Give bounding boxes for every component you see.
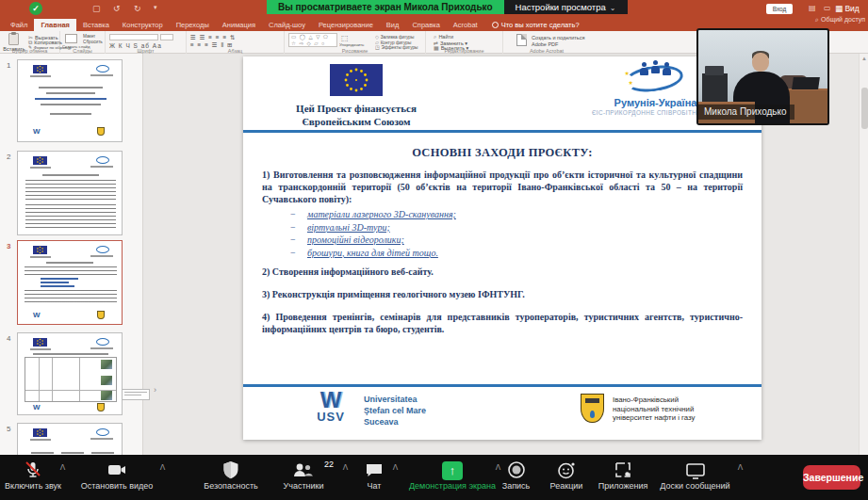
tab-review[interactable]: Рецензирование xyxy=(312,19,380,31)
sign-in-button[interactable]: Вход xyxy=(766,4,793,14)
reactions-icon xyxy=(540,455,593,480)
slide-thumbnail-3-selected[interactable]: W xyxy=(17,240,123,325)
save-icon[interactable]: ▢ xyxy=(92,4,101,13)
apps-button[interactable]: Приложения xyxy=(592,455,654,500)
paste-icon[interactable] xyxy=(8,33,19,45)
view-settings-dropdown[interactable]: Настройки просмотра⌄ xyxy=(504,0,628,14)
security-button[interactable]: Безопасность xyxy=(193,455,269,500)
vertical-scrollbar[interactable]: ▲ xyxy=(859,54,868,455)
usv-name: Universitatea Ştefan cel Mare Suceava xyxy=(364,394,426,427)
participant-head xyxy=(752,53,769,72)
share-access[interactable]: ⌕ Общий доступ xyxy=(815,16,865,24)
slide-item-1: 1) Виготовлення та розповсюдження інформ… xyxy=(262,169,743,205)
tab-insert[interactable]: Вставка xyxy=(76,19,116,31)
redo-icon[interactable]: ↻ xyxy=(134,4,141,13)
adobe-group-label: Adobe Acrobat xyxy=(503,48,590,54)
participant-name-label: Микола Приходько xyxy=(698,105,794,120)
slide-item-4: 4) Проведення тренінгів, семінарів для п… xyxy=(262,311,743,335)
cabinet xyxy=(702,73,728,104)
scrollbar-thumb[interactable] xyxy=(861,88,868,129)
mute-options-caret[interactable]: ᐱ xyxy=(59,464,66,471)
unmute-button[interactable]: Включить звук ᐱ xyxy=(0,455,66,500)
new-slide-icon[interactable] xyxy=(65,34,77,43)
reactions-button[interactable]: Реакции xyxy=(540,455,593,500)
header-divider xyxy=(243,130,762,133)
tab-acrobat[interactable]: Acrobat xyxy=(447,19,484,31)
tab-view[interactable]: Вид xyxy=(380,19,406,31)
font-size-box[interactable] xyxy=(160,34,173,40)
tell-me-box[interactable]: Что вы хотите сделать? xyxy=(492,19,580,31)
eu-flag xyxy=(330,64,383,96)
record-button[interactable]: Запись xyxy=(490,455,542,500)
antivirus-shield-icon: ✓ xyxy=(29,2,42,15)
whiteboards-button[interactable]: Доски сообщений ᐱ xyxy=(650,455,740,500)
tab-home[interactable]: Главная xyxy=(34,19,76,31)
stop-video-button[interactable]: Остановить видео ᐱ xyxy=(66,455,168,500)
qat-dropdown-icon[interactable]: ▾ xyxy=(154,4,157,11)
eu-funding-caption: Цей Проєкт фінансується Європейським Сою… xyxy=(267,102,446,128)
participants-button[interactable]: 22 Участники ᐱ xyxy=(266,455,341,500)
participant-video-thumbnail[interactable]: Микола Приходько xyxy=(696,28,829,125)
romania-ukraine-logo-icon: ★ ★ xyxy=(623,60,689,96)
slides-group-label: Слайды xyxy=(60,48,105,54)
share-screen-icon: ↑ xyxy=(442,461,463,480)
program-logo-mini xyxy=(96,156,109,164)
slide-thumbnail-4[interactable]: W xyxy=(17,332,123,415)
adobe-group: Создать и поделиться Adobe PDF Adobe Acr… xyxy=(503,31,590,54)
whiteboard-icon xyxy=(650,455,740,480)
whiteboards-caret[interactable]: ᐱ xyxy=(737,464,744,471)
participant-count-badge: 22 xyxy=(324,460,334,469)
adobe-pdf-button[interactable]: Создать и поделиться Adobe PDF xyxy=(532,35,586,47)
bullet-item: −віртуальні 3D-тури; xyxy=(290,221,743,234)
tab-design[interactable]: Конструктор xyxy=(116,19,170,31)
record-icon xyxy=(490,455,542,480)
mic-muted-icon xyxy=(0,455,66,480)
slide-canvas[interactable]: Цей Проєкт фінансується Європейським Сою… xyxy=(243,56,762,440)
slide-number: 4 xyxy=(7,334,15,343)
bullet-item: −матеріали лазерного 3D-сканування; xyxy=(290,208,743,221)
screen-tip xyxy=(122,389,150,400)
slides-group: Создать слайд Макет Сбросить Слайды xyxy=(60,31,106,54)
shapes-gallery[interactable]: ▭ ◯ △ ▽ ⬠ ☆ ⇨ ◇ ▱ ○ xyxy=(288,33,337,47)
ifntung-logo-mini xyxy=(97,311,105,319)
usv-logo-mini: W xyxy=(33,403,41,411)
tab-file[interactable]: Файл xyxy=(4,19,34,31)
ifntung-logo-mini xyxy=(97,127,105,136)
slide-thumbnail-5[interactable] xyxy=(17,423,123,455)
end-meeting-button[interactable]: Завершение xyxy=(803,465,860,490)
tab-help[interactable]: Справка xyxy=(405,19,446,31)
undo-icon[interactable]: ↺ xyxy=(113,4,121,13)
tab-transitions[interactable]: Переходы xyxy=(170,19,216,31)
arrange-icon[interactable]: ⬚ xyxy=(341,34,349,42)
apps-icon xyxy=(592,455,654,480)
tab-slideshow[interactable]: Слайд-шоу xyxy=(262,19,312,31)
ifntung-coat-of-arms-icon xyxy=(581,394,604,423)
scroll-up-icon[interactable]: ▲ xyxy=(860,56,868,61)
layout-button[interactable]: Макет xyxy=(83,34,95,39)
drawing-group: ▭ ◯ △ ▽ ⬠ ☆ ⇨ ◇ ▱ ○ ⬚ Упорядочить ◇Залив… xyxy=(285,31,426,54)
eu-flag-mini xyxy=(33,246,47,254)
ribbon-options-icon[interactable]: ▤ xyxy=(809,4,816,12)
drawing-group-label: Рисование xyxy=(285,48,425,54)
restore-window-icon[interactable]: ▭ xyxy=(824,4,831,12)
participants-icon: 22 xyxy=(266,455,341,480)
view-menu[interactable]: ▦ Вид xyxy=(835,4,860,13)
shield-icon xyxy=(193,455,269,480)
ifntung-logo-mini xyxy=(97,403,105,411)
usv-logo: W USV xyxy=(307,391,354,424)
usv-logo-mini: W xyxy=(33,311,41,319)
eu-flag-mini xyxy=(33,156,47,165)
slide-item-2: 2) Створення інформаційного веб-сайту. xyxy=(262,266,743,278)
printer xyxy=(705,66,724,75)
usv-logo-mini: W xyxy=(33,127,41,136)
video-options-caret[interactable]: ᐱ xyxy=(159,464,166,471)
slide-thumbnail-2[interactable] xyxy=(17,151,123,235)
font-name-box[interactable] xyxy=(109,34,158,40)
tell-me-label: Что вы хотите сделать? xyxy=(501,21,580,29)
slide-thumbnail-1[interactable]: W xyxy=(17,59,123,142)
tab-animations[interactable]: Анимация xyxy=(216,19,262,31)
usv-abbr: USV xyxy=(307,410,354,424)
arrange-button[interactable]: Упорядочить xyxy=(339,42,364,47)
reset-button[interactable]: Сбросить xyxy=(83,40,103,44)
paragraph-buttons[interactable]: ☰ ☰ ≡ ≡ ≡ ⇅ xyxy=(190,34,237,41)
